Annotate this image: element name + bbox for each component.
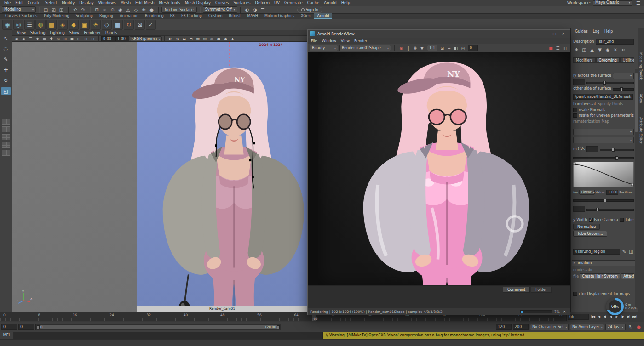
snap-together-icon[interactable]: ✚: [140, 6, 148, 13]
status-close-icon[interactable]: ✕: [562, 309, 567, 315]
move-tool[interactable]: ✚: [1, 66, 11, 74]
rv-menu-window[interactable]: Window: [319, 38, 339, 44]
width-ramp-slider[interactable]: [573, 155, 634, 160]
range-slider[interactable]: 0 120.00: [35, 324, 281, 330]
create-hair-system-button[interactable]: Create Hair System: [580, 273, 620, 279]
grid-toggle-icon[interactable]: ⊞: [62, 36, 69, 41]
menu-mesh-display[interactable]: Mesh Display: [183, 0, 213, 6]
attach-hair-system-button[interactable]: Attach Hair Sys: [621, 273, 634, 279]
display-settings-icon[interactable]: ☰: [554, 45, 561, 51]
shelf-tab-curves-surfaces[interactable]: Curves / Surfaces: [2, 13, 40, 19]
shadows-icon[interactable]: ◑: [174, 36, 181, 41]
menu-windows[interactable]: Windows: [96, 0, 118, 6]
camera-image-plane[interactable]: NY: [137, 42, 307, 306]
render-camera-selector[interactable]: Render_cam01Shape: [339, 45, 391, 51]
num-cvs-slider[interactable]: [600, 147, 634, 152]
xgen-menu-help[interactable]: Help: [603, 28, 615, 34]
density-field[interactable]: [573, 79, 585, 85]
xgen-preview-icon[interactable]: ◉: [604, 47, 611, 53]
command-language-button[interactable]: MEL: [0, 332, 14, 339]
step-back-key-button[interactable]: |◀: [596, 313, 602, 320]
film-gate-icon[interactable]: ▣: [69, 36, 75, 41]
lasso-tool[interactable]: ◌: [1, 45, 11, 53]
specify-points-link[interactable]: Specify Points: [598, 102, 623, 106]
rv-tab-comment[interactable]: Comment: [503, 287, 530, 293]
lighting-icon[interactable]: ◐: [167, 36, 174, 41]
animation-start-field[interactable]: 0: [1, 324, 17, 330]
resolution-gate-icon[interactable]: ◫: [75, 36, 82, 41]
character-set-selector[interactable]: No Character Set: [530, 324, 569, 330]
width-field[interactable]: [573, 206, 585, 212]
anim-layer-selector[interactable]: No Anim Layer: [570, 324, 604, 330]
pixel-probe-icon[interactable]: +: [446, 45, 453, 51]
ramp-value-field[interactable]: 1.000: [606, 190, 618, 195]
physical-sky-icon[interactable]: ☀: [91, 20, 101, 30]
flush-texture-cache-icon[interactable]: ↻: [124, 20, 134, 30]
renderview-titlebar[interactable]: Arnold RenderView –▢✕: [308, 30, 570, 38]
motion-blur-icon[interactable]: ◓: [188, 36, 195, 41]
ipr-render-icon[interactable]: ◑: [251, 6, 259, 13]
rv-menu-view[interactable]: View: [339, 38, 352, 44]
tube-shade-checkbox[interactable]: [620, 218, 624, 222]
mesh-light-icon[interactable]: ◈: [58, 20, 68, 30]
rv-menu-file[interactable]: File: [309, 38, 319, 44]
layout-single-pane[interactable]: [2, 119, 10, 125]
snapshot-icon[interactable]: ✚: [412, 45, 419, 51]
fog-icon[interactable]: ▨: [201, 36, 208, 41]
make-live-icon[interactable]: △: [124, 6, 132, 13]
close-button[interactable]: ✕: [559, 31, 568, 37]
isolate-select-icon[interactable]: ◎: [55, 36, 62, 41]
across-surface-selector[interactable]: [613, 73, 634, 79]
snap-projected-center-icon[interactable]: ◉: [116, 6, 124, 13]
region-paint-icon[interactable]: ✎: [621, 249, 627, 255]
shelf-tab-mash[interactable]: MASH: [244, 13, 261, 19]
primitive-type-selector[interactable]: [573, 129, 634, 135]
interpolation-selector[interactable]: Linear: [579, 190, 595, 195]
layout-persp-outliner[interactable]: [2, 134, 10, 140]
shelf-tab-sculpting[interactable]: Sculpting: [73, 13, 96, 19]
menu-cache[interactable]: Cache: [305, 0, 322, 6]
range-slider-bar[interactable]: 0 120.00: [37, 325, 280, 329]
exposure-field[interactable]: 0.00: [101, 36, 115, 41]
go-to-start-button[interactable]: |◀◀: [590, 313, 596, 320]
shelf-tab-animation[interactable]: Animation: [116, 13, 142, 19]
menu-curves[interactable]: Curves: [213, 0, 231, 6]
xgen-export-icon[interactable]: ▼: [597, 47, 603, 53]
wireframe-icon[interactable]: ◆: [222, 36, 229, 41]
displacement-checkbox[interactable]: [573, 292, 577, 296]
xgen-menu-log[interactable]: Log: [591, 28, 601, 34]
panel-menu-renderer[interactable]: Renderer: [81, 30, 103, 36]
width-slider[interactable]: [586, 207, 634, 211]
density-slider[interactable]: [586, 80, 634, 85]
playback-end-field[interactable]: 120: [496, 324, 512, 330]
generator-selector[interactable]: [573, 137, 634, 143]
xgen-import-icon[interactable]: ▲: [589, 47, 595, 53]
arnold-render-settings-icon[interactable]: ☰: [24, 20, 34, 30]
compensate-uneven-checkbox[interactable]: [573, 113, 577, 118]
workspace-menu-icon[interactable]: ☰: [634, 0, 642, 6]
tube-groom-button[interactable]: Tube Groom...: [573, 231, 607, 237]
symmetry-selector[interactable]: Symmetry: Off: [203, 6, 237, 13]
region-render-icon[interactable]: ⊡: [439, 45, 446, 51]
renderview-canvas[interactable]: NY: [308, 52, 570, 285]
shelf-tab-rigging[interactable]: Rigging: [96, 13, 116, 19]
num-cvs-field[interactable]: [586, 146, 598, 152]
menu-mesh[interactable]: Mesh: [118, 0, 133, 6]
save-scene-icon[interactable]: ◫: [58, 6, 65, 13]
playback-loop-icon[interactable]: ↻: [627, 323, 635, 330]
side-tab-modeling-toolkit[interactable]: Modeling Toolkit: [639, 52, 643, 80]
compensate-normals-checkbox[interactable]: [573, 108, 577, 112]
ab-compare-field[interactable]: 0: [468, 45, 478, 51]
rv-tab-folder[interactable]: Folder: [531, 287, 552, 293]
save-image-icon[interactable]: ▼: [419, 45, 426, 51]
side-tab-xgen[interactable]: XGen: [639, 94, 643, 103]
image-plane-icon[interactable]: ▦: [41, 36, 48, 41]
sign-in-button[interactable]: Sign In: [297, 7, 322, 13]
xgen-tab-modifiers[interactable]: Modifiers: [573, 57, 596, 63]
xgen-create-collection-icon[interactable]: ◫: [581, 47, 587, 53]
safe-title-icon[interactable]: ⊡: [89, 36, 96, 41]
layout-hypershade[interactable]: [2, 150, 10, 156]
area-light-icon[interactable]: ▤: [46, 20, 57, 30]
taper-slider[interactable]: [573, 198, 634, 202]
animation-end-field[interactable]: 200: [513, 324, 529, 330]
